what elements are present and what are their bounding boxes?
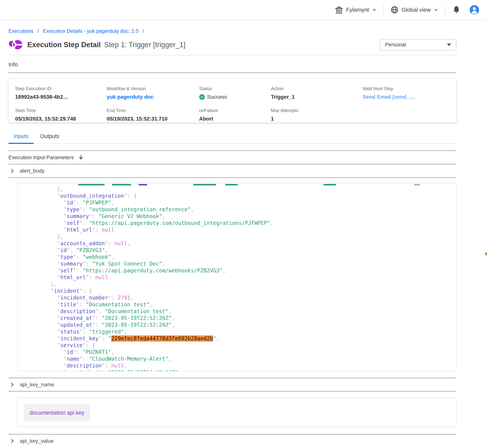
info-field-status: Status✓Success [199, 86, 271, 100]
info-field-step-execution-id: Step Execution ID18992a43-9538-4b2… [15, 86, 107, 100]
breadcrumb: Executions / Execution Details - yuk pag… [8, 28, 456, 34]
caret-down-icon [447, 44, 451, 46]
section-row-alert-body[interactable]: alert_body [8, 165, 456, 177]
section-row-api-key-value[interactable]: api_key_value [8, 435, 456, 447]
code-content: }, "outbound_integration": { "id": "PJFW… [25, 186, 456, 371]
info-field-valid-next-step: Valid Next StepSend Email [send_… [362, 86, 456, 100]
tab-inputs[interactable]: Inputs [8, 133, 34, 144]
topbar: Fylamynt Global view [0, 0, 487, 20]
chevron-down-icon [372, 7, 377, 12]
code-line: }, [25, 186, 456, 192]
divider [8, 55, 456, 55]
notifications-bell-icon[interactable] [452, 5, 461, 14]
code-line: "id": "PZB2VG3", [25, 247, 456, 254]
code-line: "self": "https://api.pagerduty.com/webho… [25, 267, 456, 274]
scope-select[interactable]: Personal [380, 39, 456, 50]
info-field-workflow-version: Workflow & Versionyuk pagerduty doc [107, 86, 199, 100]
chevron-down-icon [433, 7, 439, 12]
info-field-start-time: Start Time05/19/2023, 15:52:29.748 [15, 108, 107, 122]
chevron-right-icon [9, 382, 15, 387]
field-value: 18992a43-9538-4b2… [15, 94, 107, 100]
tenant-switcher[interactable]: Fylamynt [335, 6, 377, 14]
code-line: "html_url": null [25, 274, 456, 281]
code-line: "incident_number": 2741, [25, 295, 456, 301]
clipped-code-line [25, 184, 422, 185]
user-avatar[interactable] [469, 5, 479, 15]
code-line: "summary": "Yuk Spot Connect Doc", [25, 261, 456, 267]
code-line: "type": "webhook", [25, 254, 456, 261]
field-value: 1 [271, 116, 362, 122]
field-label: Step Execution ID [15, 86, 107, 91]
field-value: 05/19/2023, 15:52:31.710 [107, 116, 199, 122]
field-value[interactable]: Send Email [send_… [362, 94, 456, 100]
execution-input-parameters-label: Execution Input Parameters [8, 154, 74, 160]
code-line: "html_url": null [25, 227, 456, 233]
info-heading: Info [8, 61, 456, 68]
section-label: api_key_name [20, 382, 54, 388]
info-grid: Step Execution ID18992a43-9538-4b2…Workf… [15, 86, 456, 122]
info-field-max-attempts: Max Attempts1 [271, 108, 362, 122]
field-value: Trigger_1 [271, 94, 362, 100]
code-line: }, [25, 281, 456, 288]
title-row: Execution Step Detail Step 1: Trigger [t… [8, 38, 456, 52]
divider [8, 177, 456, 178]
info-field-end-time: End Time05/19/2023, 15:52:31.710 [107, 108, 199, 122]
code-line: "summary": "Generic V2 Webhook", [25, 213, 456, 220]
code-line: }, [25, 233, 456, 240]
field-value[interactable]: yuk pagerduty doc [107, 94, 199, 100]
code-line: "incident_key": "229efec8feda44778d3fe69… [25, 335, 456, 342]
view-switcher[interactable]: Global view [390, 6, 439, 14]
code-line: "id": "PJFWPEP", [25, 199, 456, 206]
page-subtitle: Step 1: Trigger [trigger_1] [104, 41, 186, 49]
field-label: onFailure [199, 108, 271, 113]
status-text: Success [207, 94, 227, 100]
section-row-api-key-name[interactable]: api_key_name [8, 378, 456, 391]
field-value: Abort [199, 116, 271, 122]
api-key-name-value-chip: documentation api key [24, 404, 90, 421]
section-label: api_key_value [20, 438, 54, 444]
view-label: Global view [401, 7, 431, 13]
alert-body-json-viewer[interactable]: }, "outbound_integration": { "id": "PJFW… [17, 183, 456, 371]
scrollbar-search-match-marker[interactable] [485, 253, 487, 255]
code-line: "accounts_addon": null, [25, 240, 456, 247]
code-line: "created_at": "2023-05-19T22:52:20Z", [25, 315, 456, 322]
code-line: "self": "https://api.pagerduty.com/outbo… [25, 220, 456, 227]
field-label: Status [199, 86, 271, 91]
tabs: InputsOutputs [8, 133, 456, 144]
code-line: "description": "Documentation test", [25, 308, 456, 315]
api-key-name-panel: documentation api key [17, 397, 456, 427]
field-value: ✓Success [199, 94, 271, 100]
chevron-right-icon [9, 168, 15, 174]
code-line: "description": null, [25, 362, 456, 369]
breadcrumb-link-execution-details[interactable]: Execution Details - yuk pagerduty doc: 2… [43, 28, 138, 34]
code-line: "service": { [25, 342, 456, 349]
tab-outputs[interactable]: Outputs [35, 133, 65, 144]
code-line: "id": "PUZKRT1", [25, 349, 456, 356]
tenant-label: Fylamynt [346, 7, 369, 13]
code-line: "title": "Documentation test", [25, 301, 456, 308]
field-label: Action [271, 86, 362, 91]
field-label: Valid Next Step [362, 86, 456, 91]
info-card: Step Execution ID18992a43-9538-4b2…Workf… [8, 79, 456, 123]
search-highlight: 229efec8feda44778d3fe692b28aed2b [111, 335, 213, 342]
field-value: 05/19/2023, 15:52:29.748 [15, 116, 107, 122]
globe-icon [390, 6, 399, 14]
breadcrumb-link-executions[interactable]: Executions [8, 28, 33, 34]
breadcrumb-separator: / [38, 28, 39, 34]
topbar-divider [383, 5, 384, 15]
page-content: Executions / Execution Details - yuk pag… [8, 28, 456, 447]
breadcrumb-separator: / [143, 28, 144, 34]
code-line: "updated_at": "2023-05-19T22:52:20Z", [25, 322, 456, 328]
bank-icon [335, 6, 343, 14]
code-line: "created_at": "2021-05-19T14:42:44Z", [25, 369, 456, 371]
code-line: "type": "outbound_integration_reference"… [25, 206, 456, 213]
code-line: "incident": { [25, 288, 456, 295]
page-title: Execution Step Detail [27, 41, 101, 49]
field-label: End Time [107, 108, 199, 113]
download-arrow-icon[interactable] [78, 154, 84, 160]
trigger-step-icon [8, 37, 23, 52]
chevron-right-icon [9, 438, 15, 444]
topbar-divider [445, 5, 446, 15]
execution-input-parameters-header: Execution Input Parameters [8, 151, 456, 164]
divider [8, 391, 456, 392]
